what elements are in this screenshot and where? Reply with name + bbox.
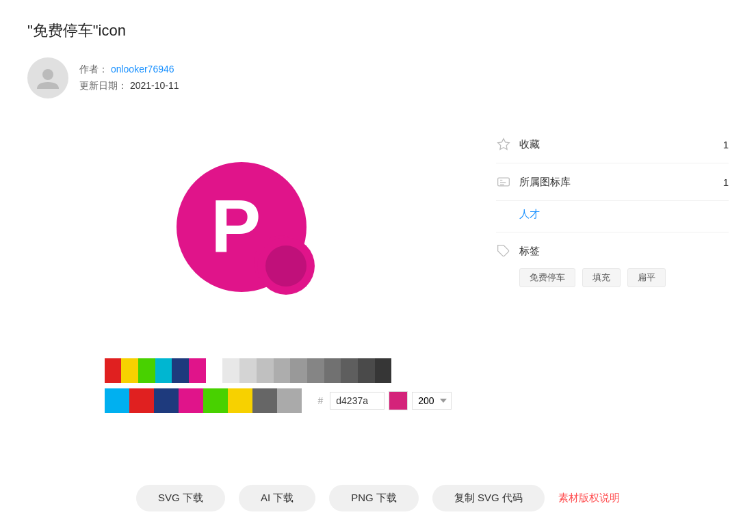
date-value: 2021-10-11 — [130, 80, 179, 91]
author-section: 作者： onlooker76946 更新日期： 2021-10-11 — [27, 57, 729, 98]
tag-icon — [496, 243, 511, 258]
color2-cyan[interactable] — [105, 388, 129, 413]
svg-point-6 — [265, 245, 307, 287]
collect-label: 收藏 — [519, 138, 540, 151]
color-preview-box[interactable] — [389, 391, 408, 410]
icon-preview: P — [105, 119, 392, 338]
copyright-link[interactable]: 素材版权说明 — [558, 492, 620, 505]
color-swatch-red[interactable] — [105, 358, 122, 383]
avatar — [27, 57, 68, 98]
color2-red[interactable] — [129, 388, 154, 413]
hash-symbol: # — [318, 395, 324, 406]
tags-header: 标签 — [496, 243, 729, 258]
gray-swatch-6[interactable] — [307, 358, 324, 383]
library-count: 1 — [723, 176, 729, 188]
copy-svg-button[interactable]: 复制 SVG 代码 — [432, 485, 545, 511]
color-swatch-green[interactable] — [138, 358, 155, 383]
color-swatch-yellow[interactable] — [121, 358, 138, 383]
author-info: 作者： onlooker76946 更新日期： 2021-10-11 — [79, 64, 179, 92]
color-row-1 — [105, 358, 392, 383]
library-icon — [496, 174, 511, 189]
ai-download-button[interactable]: AI 下载 — [239, 485, 315, 511]
tag-item-2[interactable]: 扁平 — [627, 268, 666, 287]
right-panel: 收藏 1 所属图标库 1 — [496, 119, 729, 421]
gray-swatch-1[interactable] — [222, 358, 239, 383]
author-label: 作者： — [79, 64, 108, 75]
color-palette-section: # d4237a 16 24 32 48 64 128 200 256 — [105, 358, 392, 421]
hex-input-container: # d4237a 16 24 32 48 64 128 200 256 — [318, 391, 452, 410]
date-row: 更新日期： 2021-10-11 — [79, 80, 179, 92]
page-container: "免费停车"icon 作者： onlooker76946 更新日期： 2021-… — [0, 0, 756, 532]
gray-swatch-3[interactable] — [257, 358, 274, 383]
collect-left: 收藏 — [496, 137, 540, 152]
tag-item-0[interactable]: 免费停车 — [519, 268, 575, 287]
page-title: "免费停车"icon — [27, 21, 729, 41]
gray-swatch-9[interactable] — [358, 358, 375, 383]
color-swatch-cyan[interactable] — [155, 358, 172, 383]
color-swatch-pink[interactable] — [189, 358, 206, 383]
gray-swatch-8[interactable] — [341, 358, 358, 383]
svg-marker-7 — [498, 139, 510, 150]
color2-gray-dark[interactable] — [252, 388, 277, 413]
gray-swatch-4[interactable] — [274, 358, 291, 383]
library-label: 所属图标库 — [519, 176, 571, 189]
date-label: 更新日期： — [79, 80, 127, 91]
author-row: 作者： onlooker76946 — [79, 64, 179, 76]
svg-download-button[interactable]: SVG 下载 — [136, 485, 225, 511]
color2-pink[interactable] — [179, 388, 203, 413]
gray-swatch-2[interactable] — [239, 358, 257, 383]
svg-text:P: P — [211, 184, 261, 268]
png-download-button[interactable]: PNG 下载 — [329, 485, 419, 511]
color2-yellow[interactable] — [228, 388, 252, 413]
svg-point-0 — [42, 69, 53, 80]
collect-item: 收藏 1 — [496, 126, 729, 163]
author-name[interactable]: onlooker76946 — [111, 64, 174, 75]
color-row-2 — [105, 388, 302, 413]
gray-swatch-10[interactable] — [375, 358, 392, 383]
avatar-icon — [34, 64, 62, 92]
library-item: 所属图标库 1 — [496, 163, 729, 201]
tag-item-1[interactable]: 填充 — [582, 268, 621, 287]
collect-count: 1 — [723, 139, 729, 150]
tags-section: 标签 免费停车 填充 扁平 — [496, 232, 729, 298]
size-select[interactable]: 16 24 32 48 64 128 200 256 512 — [412, 392, 452, 410]
tag-list: 免费停车 填充 扁平 — [496, 268, 729, 287]
main-content: P — [27, 119, 729, 421]
library-sub: 人才 — [496, 201, 729, 232]
row2-and-input: # d4237a 16 24 32 48 64 128 200 256 — [105, 388, 392, 413]
color-swatch-spacer — [206, 358, 223, 383]
hex-color-input[interactable]: d4237a — [330, 392, 384, 410]
left-panel: P — [27, 119, 469, 421]
download-section: SVG 下载 AI 下载 PNG 下载 复制 SVG 代码 素材版权说明 — [0, 485, 756, 511]
parking-icon-svg: P — [173, 153, 324, 304]
color2-green[interactable] — [203, 388, 228, 413]
library-left: 所属图标库 — [496, 174, 571, 189]
color2-gray-light[interactable] — [277, 388, 302, 413]
tags-label: 标签 — [519, 245, 540, 258]
gray-swatch-7[interactable] — [324, 358, 341, 383]
color2-navy[interactable] — [154, 388, 179, 413]
library-link[interactable]: 人才 — [519, 208, 540, 220]
color-swatch-navy[interactable] — [172, 358, 189, 383]
star-icon — [496, 137, 511, 152]
gray-swatch-5[interactable] — [290, 358, 307, 383]
